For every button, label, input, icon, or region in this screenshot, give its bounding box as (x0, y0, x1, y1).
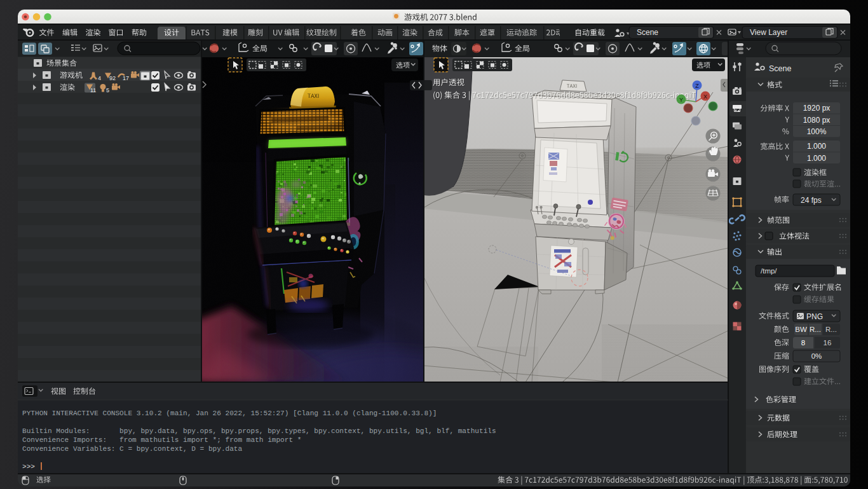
svg-text:Scene: Scene (637, 28, 658, 37)
svg-text:Builtin Modules: bpy, bp: Builtin Modules: bpy, bpy.data, bpy.ops,… (22, 427, 496, 435)
svg-text:Convenience Variables: C = bpy: Convenience Variables: C = bpy.context, … (22, 445, 243, 453)
svg-text:1.000: 1.000 (807, 142, 826, 151)
svg-text:1920 px: 1920 px (803, 104, 831, 113)
svg-text:24 fps: 24 fps (801, 196, 822, 205)
svg-text:11: 11 (90, 87, 96, 93)
svg-text:16: 16 (824, 339, 832, 347)
svg-text:92: 92 (109, 75, 116, 81)
svg-text:X: X (703, 93, 707, 100)
svg-text:0%: 0% (811, 352, 822, 360)
svg-text:4: 4 (98, 75, 101, 81)
svg-text:Z: Z (695, 83, 699, 89)
svg-text:100%: 100% (807, 127, 827, 136)
svg-text:1080 px: 1080 px (803, 116, 831, 125)
svg-text:PYTHON INTERACTIVE CONSOLE 3.1: PYTHON INTERACTIVE CONSOLE 3.10.2 (main,… (22, 410, 437, 417)
svg-text:R...: R... (810, 326, 821, 333)
svg-text:Convenience Imports: from ma: Convenience Imports: from mathutils impo… (22, 436, 301, 444)
svg-text:8: 8 (801, 339, 805, 347)
svg-text:PNG: PNG (806, 312, 823, 321)
svg-text:1.000: 1.000 (807, 154, 826, 163)
svg-text:/tmp/: /tmp/ (761, 267, 777, 275)
svg-text:BW: BW (795, 326, 807, 333)
svg-text:R...: R... (825, 326, 837, 333)
svg-text:View Layer: View Layer (750, 28, 787, 37)
svg-text:5: 5 (106, 87, 109, 93)
svg-text:Y: Y (679, 97, 683, 103)
svg-text:>>>: >>> (22, 463, 35, 471)
svg-text:Scene: Scene (769, 64, 791, 73)
svg-text:17: 17 (123, 75, 129, 81)
